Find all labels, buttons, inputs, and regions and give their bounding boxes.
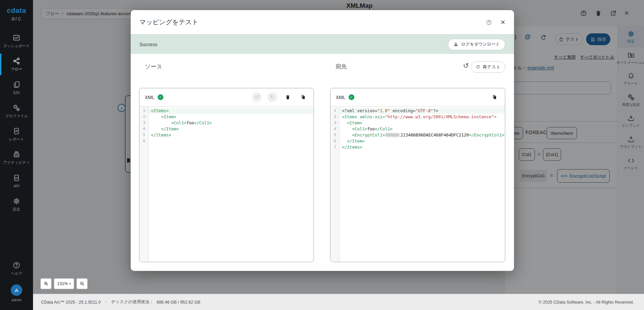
sidebar-item-label: プロファイル xyxy=(3,114,30,118)
line-number[interactable]: 3 xyxy=(139,120,148,126)
modal-close-icon[interactable]: × xyxy=(501,18,505,26)
tray-stack-icon xyxy=(12,150,21,158)
line-number[interactable]: 1˅ xyxy=(139,108,148,114)
sidebar-item-flows[interactable]: フロー xyxy=(0,57,33,71)
sidebar-item-help[interactable]: ヘルプ xyxy=(0,261,33,276)
status-text: Success xyxy=(139,42,157,47)
code-line[interactable]: </Item> xyxy=(149,126,314,132)
fold-icon[interactable]: ˅ xyxy=(336,120,339,126)
valid-check-icon: ✓ xyxy=(158,94,163,100)
copy-icon[interactable] xyxy=(298,92,308,102)
line-number[interactable]: 6 xyxy=(330,138,339,144)
zoom-in-icon xyxy=(43,281,49,286)
code-line[interactable]: <EncryptCol1>213486B96DAEC468F464DFC2120… xyxy=(340,132,505,138)
code-line[interactable]: <Item> xyxy=(149,114,314,120)
source-code-area[interactable]: 1˅2˅3456 <Items> <Item> <Col1>foo</Col1>… xyxy=(139,106,314,262)
sidebar-item-reports[interactable]: レポート xyxy=(0,127,33,142)
source-editor: XML ✓ ↺ ↻ 1˅2˅3456 <Items> <Item> <Col1>… xyxy=(139,88,314,262)
test-mapping-modal: マッピングをテスト × Success ログをダウンロード ソース 宛先 ↺ 再… xyxy=(131,10,514,271)
fold-icon[interactable]: ˅ xyxy=(145,114,148,120)
sidebar-item-label: API xyxy=(11,184,22,188)
screen: cdata arc ダッシュボードフローEDIプロファイルレポートアクティビティ… xyxy=(0,0,644,310)
zoom-out-button[interactable] xyxy=(76,278,88,289)
code-line[interactable]: </Item> xyxy=(340,138,505,144)
line-number-gutter: 12˅3˅4567 xyxy=(330,106,340,262)
line-number[interactable]: 5 xyxy=(139,132,148,138)
sidebar-item-label: 設定 xyxy=(11,207,22,212)
zoom-level-dropdown[interactable]: 131% ▾ xyxy=(54,278,74,289)
destination-editor-header: XML ✓ xyxy=(330,88,505,106)
redacted-value xyxy=(385,133,399,137)
left-sidebar: cdata arc ダッシュボードフローEDIプロファイルレポートアクティビティ… xyxy=(0,0,33,310)
sidebar-nav: ダッシュボードフローEDIプロファイルレポートアクティビティAPI設定ヘルプ xyxy=(0,34,33,276)
sidebar-item-activity[interactable]: アクティビティ xyxy=(0,150,33,165)
code-line[interactable]: </Items> xyxy=(340,144,505,150)
line-number[interactable]: 2˅ xyxy=(330,114,339,120)
line-number[interactable]: 3˅ xyxy=(330,120,339,126)
undo-icon[interactable]: ↺ xyxy=(252,92,262,102)
fold-icon[interactable]: ˅ xyxy=(336,114,339,120)
code-line[interactable] xyxy=(149,138,314,144)
footer-separator: ・ xyxy=(104,299,108,305)
line-number[interactable]: 4 xyxy=(139,126,148,132)
question-icon xyxy=(12,261,21,269)
sidebar-item-label: EDI xyxy=(11,90,22,95)
sidebar-user[interactable]: A admin xyxy=(11,284,22,302)
code-content[interactable]: <Items> <Item> <Col1>foo</Col1> </Item><… xyxy=(149,106,314,262)
code-content[interactable]: <?xml version="1.0" encoding="UTF-8"?><I… xyxy=(340,106,505,262)
destination-code-area[interactable]: 12˅3˅4567 <?xml version="1.0" encoding="… xyxy=(330,106,505,262)
valid-check-icon: ✓ xyxy=(349,94,354,100)
fold-icon[interactable]: ˅ xyxy=(145,108,148,114)
line-number[interactable]: 7 xyxy=(330,144,339,150)
line-number[interactable]: 1 xyxy=(330,108,339,114)
editor-language-label: XML xyxy=(145,95,155,100)
pages-icon xyxy=(12,81,21,89)
retest-button[interactable]: 再テスト xyxy=(471,61,505,73)
code-line[interactable]: <Col1>foo</Col1> xyxy=(340,126,505,132)
code-line[interactable]: <Items xmlns:xsi="http://www.w3.org/2001… xyxy=(340,114,505,120)
line-number[interactable]: 6 xyxy=(139,138,148,144)
dashboard-icon xyxy=(12,34,21,42)
reset-icon[interactable]: ↺ xyxy=(463,62,469,69)
code-line[interactable]: <Item> xyxy=(340,120,505,126)
zoom-in-button[interactable] xyxy=(40,278,52,289)
sidebar-item-settings[interactable]: 設定 xyxy=(0,197,33,212)
code-line[interactable]: </Items> xyxy=(149,132,314,138)
line-number[interactable]: 4 xyxy=(330,126,339,132)
download-log-button[interactable]: ログをダウンロード xyxy=(448,39,505,50)
code-line[interactable]: <Col1>foo</Col1> xyxy=(149,120,314,126)
source-column-title: ソース xyxy=(145,63,162,70)
modal-title: マッピングをテスト xyxy=(139,18,198,27)
copy-icon[interactable] xyxy=(490,92,500,102)
refresh-icon xyxy=(476,65,480,69)
code-line[interactable]: <Items> xyxy=(149,108,314,114)
sidebar-item-label: ダッシュボード xyxy=(1,43,32,48)
download-icon xyxy=(453,42,458,47)
sidebar-item-profiles[interactable]: プロファイル xyxy=(0,104,33,118)
sidebar-item-label: ヘルプ xyxy=(9,271,24,276)
line-number[interactable]: 5 xyxy=(330,132,339,138)
cdata-arc-logo[interactable]: cdata arc xyxy=(7,7,26,22)
sidebar-item-label: レポート xyxy=(7,137,26,142)
source-editor-header: XML ✓ ↺ ↻ xyxy=(139,88,314,106)
sidebar-item-label: アクティビティ xyxy=(1,160,32,165)
copyright: © 2025 CData Software, Inc. - All Rights… xyxy=(539,300,634,305)
canvas-zoom-controls: 131% ▾ xyxy=(40,278,88,289)
disk-usage-value: 688.46 GB / 952.62 GB xyxy=(157,300,200,305)
sidebar-item-edi[interactable]: EDI xyxy=(0,81,33,95)
gear-icon xyxy=(12,197,21,205)
clear-icon[interactable] xyxy=(283,92,293,102)
disk-usage-label: ディスクの使用状況： xyxy=(111,299,153,305)
avatar[interactable]: A xyxy=(11,284,22,296)
destination-editor: XML ✓ 12˅3˅4567 <?xml version="1.0" enco… xyxy=(330,88,505,262)
sidebar-item-dashboard[interactable]: ダッシュボード xyxy=(0,34,33,48)
line-number[interactable]: 2˅ xyxy=(139,114,148,120)
sidebar-item-label: フロー xyxy=(9,67,24,71)
logo-cdata-text: cdata xyxy=(7,7,26,14)
modal-help-icon[interactable] xyxy=(486,19,492,26)
share-icon xyxy=(12,57,21,65)
modal-header: マッピングをテスト × xyxy=(131,10,514,34)
code-line[interactable]: <?xml version="1.0" encoding="UTF-8"?> xyxy=(340,108,505,114)
sidebar-item-api[interactable]: API xyxy=(0,174,33,188)
redo-icon[interactable]: ↻ xyxy=(267,92,277,102)
